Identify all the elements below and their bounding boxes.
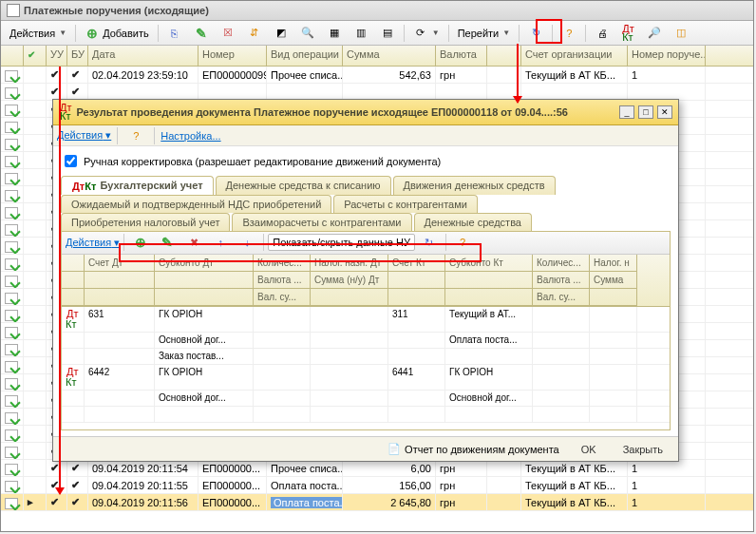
copy-icon[interactable]: ⎘ — [162, 23, 187, 44]
ih-valsu[interactable]: Вал. су... — [254, 289, 311, 306]
row-status-icon — [5, 171, 19, 184]
row-status-icon — [5, 462, 19, 475]
tab-vat[interactable]: Ожидаемый и подтвержденный НДС приобрете… — [61, 195, 331, 213]
ih-sumnu[interactable]: Сумма (н/у) Дт — [311, 272, 388, 289]
table-row[interactable]: ✔✔02.04.2019 23:59:10ЕП000000099Прочее с… — [1, 67, 753, 84]
edit-icon[interactable]: ✎ — [189, 23, 214, 44]
tab-accounting[interactable]: ДтКт Бухгалтерский учет — [61, 176, 214, 195]
col-sum[interactable]: Сумма — [343, 46, 436, 66]
posting-row[interactable]: ДтКт631ГК ОРІОН311Текущий в АТ... — [62, 307, 670, 333]
row-status-icon — [5, 479, 19, 492]
goto-menu[interactable]: Перейти▼ — [453, 25, 516, 42]
tab-cash-writeoff[interactable]: Денежные средства к списанию — [216, 176, 391, 195]
ih-subk[interactable]: Субконто Кт — [445, 255, 533, 272]
posting-row[interactable] — [62, 407, 670, 423]
post-icon[interactable]: ⟳▼ — [408, 23, 444, 44]
manual-edit-row: Ручная корректировка (разрешает редактир… — [61, 152, 671, 170]
inner-add-icon[interactable]: ⊕ — [128, 232, 153, 253]
tab-cash[interactable]: Денежные средства — [414, 213, 532, 231]
ih-acdt[interactable]: Счет Дт — [85, 255, 155, 272]
inner-help-icon[interactable]: ? — [450, 232, 475, 253]
row-status-icon — [5, 68, 19, 82]
tabs-row-1: ДтКт Бухгалтерский учет Денежные средств… — [61, 176, 671, 195]
col-mark[interactable]: ✔ — [24, 46, 47, 66]
manual-edit-checkbox[interactable] — [65, 155, 77, 167]
dtkt-icon[interactable]: ДтКт — [616, 21, 640, 46]
add-button[interactable]: ⊕Добавить — [80, 23, 154, 44]
help-icon[interactable]: ? — [557, 23, 581, 44]
row-status-icon — [5, 291, 19, 304]
tab-cash-movements[interactable]: Движения денежных средств — [393, 176, 556, 195]
table-row[interactable]: ✔✔09.04.2019 20:11:54ЕП000000...Прочее с… — [1, 460, 753, 477]
filter1-icon[interactable]: ◩ — [269, 23, 293, 44]
close-button[interactable]: ✕ — [657, 105, 672, 119]
posting-row[interactable]: Заказ постав... — [62, 349, 670, 365]
posting-row[interactable]: Основной дог...Основной дог... — [62, 391, 670, 407]
ih-qtyk[interactable]: Количес... — [533, 255, 590, 272]
row-status-icon — [5, 188, 19, 201]
preview-icon[interactable]: 🔎 — [642, 23, 667, 44]
refresh-icon[interactable]: ↻ — [523, 23, 548, 44]
modal-footer: 📄Отчет по движениям документа OK Закрыть — [53, 436, 678, 461]
row-status-icon — [5, 342, 19, 355]
maximize-button[interactable]: □ — [638, 105, 653, 119]
inner-edit-icon[interactable]: ✎ — [155, 232, 180, 253]
ih-tax[interactable]: Налог. назн. Дт — [311, 255, 388, 272]
table-row[interactable]: ✔✔09.04.2019 20:11:55ЕП000000...Оплата п… — [1, 477, 753, 494]
mark-icon[interactable]: ⇵ — [242, 23, 267, 44]
settings-link[interactable]: Настройка... — [161, 130, 220, 142]
ih-qty[interactable]: Количес... — [254, 255, 311, 272]
toggle-nu-button[interactable]: Показать/скрыть данные НУ — [268, 234, 415, 251]
annotation-arrow-2 — [59, 67, 61, 494]
col-bu[interactable]: БУ — [67, 46, 88, 66]
filter4-icon[interactable]: ▤ — [375, 23, 400, 44]
col-order-number[interactable]: Номер поруче... — [628, 46, 706, 66]
tabs-row-2: Ожидаемый и подтвержденный НДС приобрете… — [61, 195, 671, 213]
main-toolbar: Действия▼ ⊕Добавить ⎘ ✎ ☒ ⇵ ◩ 🔍 ▦ ▥ ▤ ⟳▼… — [1, 21, 753, 46]
col-currency[interactable]: Валюта — [436, 46, 487, 66]
row-status-icon — [5, 428, 19, 441]
col-operation[interactable]: Вид операции — [267, 46, 343, 66]
close-button-footer[interactable]: Закрыть — [614, 442, 672, 457]
ih-valk[interactable]: Валюта ... — [533, 272, 590, 289]
col-uu[interactable]: УУ — [47, 46, 67, 66]
inner-refresh-icon[interactable]: ↻ — [417, 232, 442, 253]
posting-row[interactable]: Основной дог...Оплата поста... — [62, 333, 670, 349]
title-bar: Платежные поручения (исходящие) — [1, 1, 753, 21]
filter3-icon[interactable]: ▥ — [349, 23, 373, 44]
find-icon[interactable]: 🔍 — [295, 23, 320, 44]
modal-help-icon[interactable]: ? — [123, 125, 148, 146]
report-button[interactable]: 📄Отчет по движениям документа — [382, 439, 564, 460]
ih-taxk[interactable]: Налог. н — [590, 255, 637, 272]
inner-grid-body[interactable]: ДтКт631ГК ОРІОН311Текущий в АТ...Основно… — [62, 307, 670, 429]
inner-delete-icon[interactable]: ✖ — [181, 232, 206, 253]
tab-mutual[interactable]: Взаиморасчеты с контрагентами — [232, 213, 411, 231]
actions-menu[interactable]: Действия▼ — [5, 25, 71, 42]
col-number[interactable]: Номер — [198, 46, 267, 66]
print-icon[interactable]: 🖨 — [590, 23, 614, 44]
col-icon[interactable] — [1, 46, 24, 66]
row-status-icon — [5, 274, 19, 287]
struct-icon[interactable]: ◫ — [669, 23, 693, 44]
ih-sub[interactable]: Субконто Дт — [155, 255, 254, 272]
ih-val[interactable]: Валюта ... — [254, 272, 311, 289]
posting-row[interactable]: ДтКт6442ГК ОРІОН6441ГК ОРІОН — [62, 365, 670, 391]
ih-ackt[interactable]: Счет Кт — [388, 255, 445, 272]
inner-actions-menu[interactable]: Действия ▾ — [66, 237, 120, 249]
ih-valsuk[interactable]: Вал. су... — [533, 289, 590, 306]
col-account[interactable]: Счет организации — [521, 46, 628, 66]
delete-icon[interactable]: ☒ — [216, 23, 240, 44]
modal-actions-menu[interactable]: Действия ▾ — [57, 129, 111, 142]
ih-sumk[interactable]: Сумма — [590, 272, 637, 289]
ok-button[interactable]: OK — [572, 442, 606, 457]
tab-counterparty-settle[interactable]: Расчеты с контрагентами — [333, 195, 478, 213]
table-row[interactable]: ▸✔✔09.04.2019 20:11:56ЕП000000...Оплата … — [1, 494, 753, 511]
minimize-button[interactable]: _ — [619, 105, 634, 119]
col-date[interactable]: Дата — [88, 46, 198, 66]
tab-tax-acq[interactable]: Приобретения налоговый учет — [61, 213, 230, 231]
inner-up-icon[interactable]: ↑ — [208, 232, 233, 253]
filter2-icon[interactable]: ▦ — [322, 23, 347, 44]
row-status-icon — [5, 393, 19, 407]
inner-down-icon[interactable]: ↓ — [235, 232, 259, 253]
modal-body: Ручная корректировка (разрешает редактир… — [53, 146, 678, 436]
